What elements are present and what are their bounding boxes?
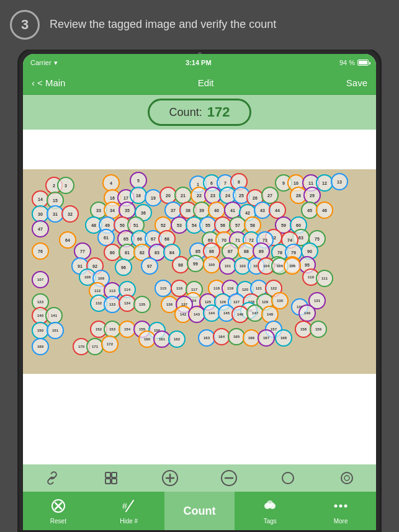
toolbar	[23, 464, 376, 492]
item-circle[interactable]: 99	[187, 255, 204, 272]
hide-icon: #	[121, 498, 137, 516]
item-circle[interactable]: 76	[32, 242, 49, 260]
svg-point-21	[339, 504, 343, 507]
item-circle[interactable]: 47	[32, 220, 49, 237]
tab-bar: Reset # Hide # Count	[23, 492, 376, 530]
tab-hide-label: Hide #	[120, 518, 138, 525]
item-circle[interactable]: 106	[284, 257, 301, 275]
item-circle[interactable]: 135	[133, 296, 151, 313]
tab-reset[interactable]: Reset	[23, 492, 94, 530]
circle-filled-icon[interactable]	[277, 467, 299, 489]
item-circle[interactable]: 149	[298, 304, 316, 322]
tags-icon	[262, 498, 278, 516]
circle-outline-icon[interactable]	[336, 467, 358, 489]
item-circle[interactable]: 3	[57, 177, 74, 194]
item-circle[interactable]: 159	[310, 321, 327, 338]
save-button[interactable]: Save	[346, 78, 367, 88]
wifi-icon: ▾	[54, 59, 58, 67]
count-oval: Count: 172	[148, 99, 252, 126]
tab-count[interactable]: Count	[164, 492, 235, 530]
item-circle[interactable]: 115	[155, 280, 172, 297]
item-circle[interactable]: 162	[168, 330, 186, 348]
item-circle[interactable]: 168	[275, 329, 292, 347]
item-circle[interactable]: 172	[101, 335, 119, 353]
svg-text:#: #	[122, 501, 127, 511]
link-icon[interactable]	[41, 467, 63, 489]
tab-reset-label: Reset	[50, 518, 66, 525]
tab-more[interactable]: More	[305, 492, 376, 530]
status-time: 3:14 PM	[186, 59, 212, 66]
count-label: Count:	[169, 106, 202, 119]
status-bar: Carrier ▾ 3:14 PM 94 %	[23, 54, 376, 71]
item-circle[interactable]: 111	[316, 270, 333, 287]
svg-rect-0	[105, 472, 110, 477]
white-space-bottom	[23, 374, 376, 464]
step-number: 3	[10, 10, 40, 40]
svg-point-20	[334, 504, 338, 507]
step-header: 3 Review the tagged image and verify the…	[0, 0, 399, 50]
item-circle[interactable]: 169	[32, 338, 49, 355]
content-area: Count: 172 12345678910111213141516171819…	[23, 95, 376, 530]
tab-tags[interactable]: Tags	[235, 492, 305, 530]
svg-point-22	[344, 504, 347, 507]
item-circle[interactable]: 100	[203, 256, 220, 273]
battery-label: 94 %	[339, 59, 355, 66]
minus-icon[interactable]	[218, 467, 240, 489]
item-circle[interactable]: 32	[61, 205, 79, 223]
item-circle[interactable]: 151	[47, 322, 64, 339]
svg-rect-1	[112, 472, 117, 477]
svg-rect-3	[112, 479, 117, 484]
tab-count-label: Count	[184, 505, 216, 518]
white-space-top	[23, 130, 376, 169]
svg-point-9	[282, 472, 294, 484]
battery-icon	[357, 60, 369, 66]
item-circle[interactable]: 96	[115, 259, 132, 276]
status-left: Carrier ▾	[30, 59, 58, 67]
item-circle[interactable]: 107	[32, 271, 49, 288]
reset-icon	[50, 498, 66, 516]
item-circle[interactable]: 46	[316, 202, 333, 219]
device-frame: Carrier ▾ 3:14 PM 94 % ‹ < Main Edit Sav…	[17, 48, 382, 532]
item-circle[interactable]: 167	[258, 329, 275, 347]
tab-tags-label: Tags	[264, 518, 277, 525]
item-circle[interactable]: 97	[141, 257, 158, 275]
item-circle[interactable]: 13	[331, 173, 348, 190]
more-icon	[333, 498, 349, 516]
svg-rect-2	[105, 479, 110, 484]
tab-hide[interactable]: # Hide #	[94, 492, 164, 530]
nav-title: Edit	[198, 78, 214, 88]
back-button[interactable]: ‹ < Main	[32, 78, 65, 88]
count-value: 172	[207, 104, 230, 120]
step-description: Review the tagged image and verify the c…	[50, 17, 276, 32]
chevron-left-icon: ‹	[32, 78, 35, 88]
grid-icon[interactable]	[100, 467, 122, 489]
tab-more-label: More	[334, 518, 348, 525]
device-screen: Carrier ▾ 3:14 PM 94 % ‹ < Main Edit Sav…	[23, 54, 376, 530]
status-right: 94 %	[339, 59, 369, 66]
svg-point-10	[341, 472, 352, 484]
count-banner: Count: 172	[23, 95, 376, 130]
nav-bar: ‹ < Main Edit Save	[23, 71, 376, 95]
image-area: 1234567891011121314151617181920212223242…	[23, 169, 376, 374]
counted-items-overlay: 1234567891011121314151617181920212223242…	[23, 169, 376, 374]
svg-line-16	[126, 500, 133, 512]
svg-point-11	[344, 476, 349, 481]
back-label: < Main	[37, 78, 65, 88]
carrier-label: Carrier	[30, 59, 52, 66]
item-circle[interactable]: 64	[59, 231, 76, 249]
svg-point-19	[267, 500, 273, 507]
plus-icon[interactable]	[159, 467, 181, 489]
